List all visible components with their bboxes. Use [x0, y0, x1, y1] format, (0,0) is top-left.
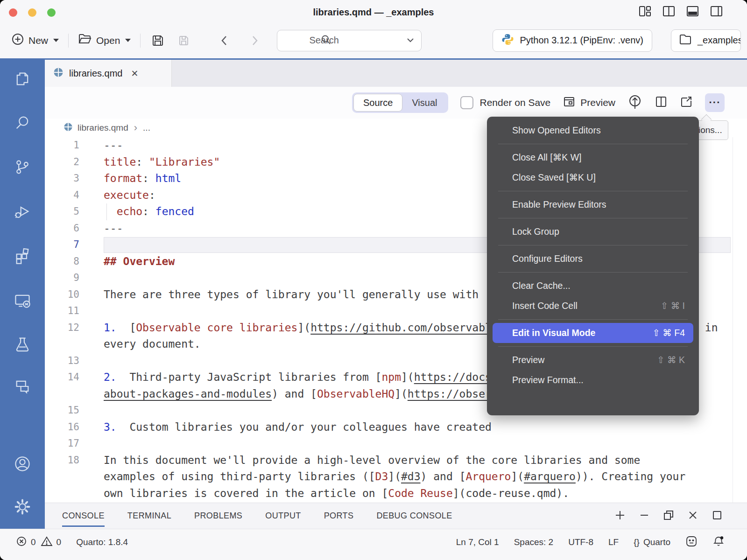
code-line-text: format: html	[104, 170, 181, 187]
notifications-bell-icon[interactable]	[712, 535, 725, 550]
panel-tab-console[interactable]: CONSOLE	[62, 503, 105, 529]
panel-tab-output[interactable]: OUTPUT	[265, 503, 301, 529]
line-number: 6	[45, 220, 79, 237]
menu-item-label: Show Opened Editors	[512, 125, 685, 136]
chevron-down-icon[interactable]	[406, 36, 415, 45]
open-button[interactable]: Open	[73, 33, 135, 48]
feedback-smiley-icon[interactable]	[685, 535, 698, 550]
code-line[interactable]: 18In this document we'll provide a high-…	[45, 452, 733, 469]
render-on-save-checkbox[interactable]	[460, 96, 473, 109]
minimize-panel-icon[interactable]	[639, 510, 649, 523]
warning-icon	[41, 536, 53, 549]
eol-status[interactable]: LF	[608, 537, 619, 547]
search-icon[interactable]	[14, 114, 31, 132]
save-button[interactable]	[145, 34, 170, 48]
toggle-secondary-sidebar-icon[interactable]	[710, 5, 723, 17]
code-line[interactable]: own libraries is covered in the article …	[45, 485, 733, 502]
source-control-icon[interactable]	[14, 158, 31, 176]
new-console-plus-icon[interactable]	[614, 510, 626, 523]
code-line-text: ---	[104, 137, 123, 154]
plus-circle-icon	[11, 33, 24, 48]
menu-item-edit-in-visual-mode[interactable]: Edit in Visual Mode⇧ ⌘ F4	[493, 323, 693, 343]
editor-tab-strip: libraries.qmd ✕	[45, 60, 747, 87]
open-in-new-window-icon[interactable]	[680, 95, 693, 110]
menu-separator	[498, 144, 688, 144]
code-line[interactable]: 163. Custom libraries you and/or your co…	[45, 419, 733, 436]
preview-icon	[563, 95, 576, 111]
more-actions-button[interactable]: ···	[705, 93, 725, 112]
menu-item-preview[interactable]: Preview⇧ ⌘ K	[487, 350, 699, 370]
quarto-version-status[interactable]: Quarto: 1.8.4	[76, 537, 128, 547]
window-title: libraries.qmd — _examples	[0, 0, 747, 22]
close-panel-icon[interactable]	[688, 510, 698, 523]
save-all-button[interactable]	[170, 34, 197, 48]
folder-open-icon	[78, 33, 92, 48]
workspace-folder-label: _examples	[698, 35, 741, 46]
forward-button[interactable]	[244, 34, 266, 48]
split-editor-layout-icon[interactable]	[662, 5, 675, 17]
settings-gear-icon[interactable]	[14, 498, 31, 516]
python-logo-icon	[501, 33, 514, 48]
breadcrumb-file[interactable]: libraries.qmd	[78, 123, 128, 133]
source-visual-toggle: Source Visual	[352, 92, 448, 113]
menu-item-label: Lock Group	[512, 226, 685, 237]
comments-icon[interactable]	[14, 378, 31, 395]
language-mode-status[interactable]: {} Quarto	[634, 537, 670, 547]
menu-item-close-all-k-w[interactable]: Close All [⌘K W]	[487, 147, 699, 168]
chevron-down-icon	[53, 39, 59, 42]
interpreter-selector[interactable]: Python 3.12.1 (PipEnv: .venv)	[493, 29, 652, 52]
code-line-text: examples of using third-party libraries …	[104, 469, 685, 485]
back-button[interactable]	[213, 34, 235, 48]
workspace-folder-button[interactable]: _examples	[671, 29, 741, 52]
toggle-panel-icon[interactable]	[686, 5, 699, 17]
line-number: 1	[45, 137, 79, 154]
tab-close-icon[interactable]: ✕	[131, 68, 138, 79]
menu-item-enable-preview-editors[interactable]: Enable Preview Editors	[487, 195, 699, 215]
testing-icon[interactable]	[14, 336, 31, 353]
account-icon[interactable]	[14, 455, 31, 473]
errors-indicator[interactable]: 0	[16, 536, 36, 549]
indentation-status[interactable]: Spaces: 2	[514, 537, 554, 547]
encoding-status[interactable]: UTF-8	[568, 537, 593, 547]
search-input[interactable]: Search	[277, 30, 422, 51]
maximize-panel-icon[interactable]	[712, 510, 723, 523]
code-line-text: ## Overview	[104, 253, 175, 270]
line-number: 17	[45, 435, 79, 452]
cursor-position-status[interactable]: Ln 7, Col 1	[456, 537, 499, 547]
menu-item-show-opened-editors[interactable]: Show Opened Editors	[487, 120, 699, 140]
line-number: 5	[45, 203, 79, 220]
warnings-indicator[interactable]: 0	[41, 536, 62, 549]
customize-layout-icon[interactable]	[639, 5, 651, 17]
tab-libraries-qmd[interactable]: libraries.qmd ✕	[45, 60, 172, 87]
divider	[68, 34, 69, 48]
source-mode-button[interactable]: Source	[353, 94, 402, 112]
render-button[interactable]	[627, 94, 642, 112]
split-editor-icon[interactable]	[655, 95, 668, 110]
panel-tab-debug-console[interactable]: DEBUG CONSOLE	[376, 503, 452, 529]
restore-panel-icon[interactable]	[663, 510, 674, 523]
menu-item-lock-group[interactable]: Lock Group	[487, 222, 699, 242]
extensions-icon[interactable]	[14, 247, 31, 265]
activity-bar	[0, 60, 45, 529]
run-debug-icon[interactable]	[14, 203, 31, 220]
menu-item-configure-editors[interactable]: Configure Editors	[487, 249, 699, 269]
explorer-icon[interactable]	[14, 70, 31, 88]
line-number: 16	[45, 419, 79, 436]
preview-button[interactable]: Preview	[563, 95, 615, 111]
new-button[interactable]: New	[7, 33, 63, 48]
visual-mode-button[interactable]: Visual	[402, 94, 446, 112]
menu-item-label: Enable Preview Editors	[512, 199, 685, 210]
menu-item-preview-format[interactable]: Preview Format...	[487, 370, 699, 390]
code-line-text: In this document we'll provide a high-le…	[104, 452, 640, 469]
panel-tab-terminal[interactable]: TERMINAL	[127, 503, 171, 529]
panel-tab-ports[interactable]: PORTS	[324, 503, 354, 529]
remote-explorer-icon[interactable]	[14, 292, 31, 309]
breadcrumb-more[interactable]: ...	[143, 123, 150, 133]
line-number: 9	[45, 270, 79, 287]
menu-item-insert-code-cell[interactable]: Insert Code Cell⇧ ⌘ I	[487, 296, 699, 316]
code-line[interactable]: 17	[45, 435, 733, 452]
panel-tab-problems[interactable]: PROBLEMS	[194, 503, 242, 529]
menu-item-close-saved-k-u[interactable]: Close Saved [⌘K U]	[487, 168, 699, 188]
code-line[interactable]: examples of using third-party libraries …	[45, 469, 733, 485]
menu-item-clear-cache[interactable]: Clear Cache...	[487, 276, 699, 296]
